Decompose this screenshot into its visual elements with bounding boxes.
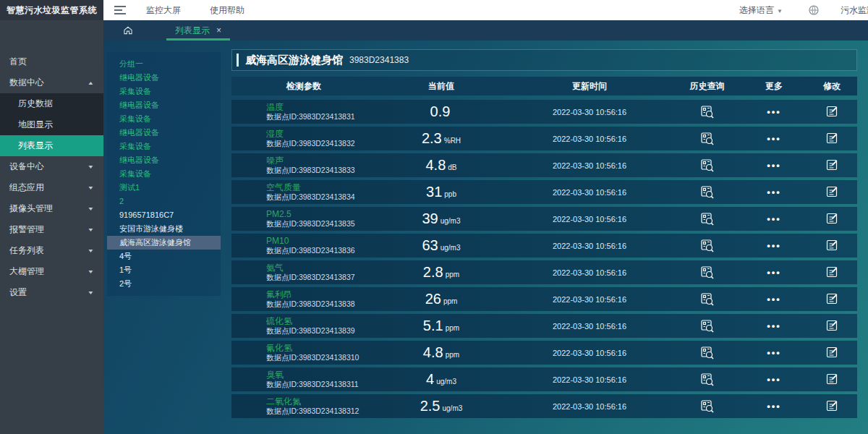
table-row: 空气质量 数据点ID:3983D23413834 31 ppb 2022-03-… xyxy=(231,180,857,204)
device-list-item[interactable]: 分组一 xyxy=(107,57,221,71)
table-header-row: 检测参数当前值更新时间历史查询更多修改 xyxy=(231,77,857,95)
more-button[interactable]: ••• xyxy=(767,213,781,224)
sidebar-item[interactable]: 报警管理▼ xyxy=(0,219,103,240)
column-header: 更新时间 xyxy=(506,80,673,93)
more-button[interactable]: ••• xyxy=(767,133,781,144)
device-list-item[interactable]: 9196571816C7 xyxy=(107,208,221,222)
main-panel: 威海高区游泳健身馆 3983D2341383 检测参数当前值更新时间历史查询更多… xyxy=(231,49,857,421)
device-list-item[interactable]: 安国市游泳健身楼 xyxy=(107,222,221,236)
history-query-button[interactable] xyxy=(700,399,715,414)
sidebar-item[interactable]: 设备中心▼ xyxy=(0,156,103,177)
tab-label: 列表显示 xyxy=(175,25,210,37)
value-unit: ppb xyxy=(444,190,456,198)
param-name: 氰化氢 xyxy=(266,344,292,354)
modify-button[interactable] xyxy=(825,212,839,226)
history-query-button[interactable] xyxy=(700,132,715,146)
device-list-item[interactable]: 继电器设备 xyxy=(107,126,221,140)
param-name: 噪声 xyxy=(266,156,284,166)
sidebar-item[interactable]: 组态应用▼ xyxy=(0,177,103,198)
history-query-button[interactable] xyxy=(700,373,715,387)
current-value: 0.9 xyxy=(430,103,451,120)
modify-button[interactable] xyxy=(825,158,839,172)
modify-button[interactable] xyxy=(825,319,839,333)
history-query-button[interactable] xyxy=(700,319,715,333)
topbar-link-monitor-screen[interactable]: 监控大屏 xyxy=(146,4,181,17)
history-query-button[interactable] xyxy=(700,239,715,253)
more-button[interactable]: ••• xyxy=(767,294,781,305)
more-button[interactable]: ••• xyxy=(767,187,781,197)
history-query-button[interactable] xyxy=(700,265,715,280)
current-value: 2.5 xyxy=(420,398,441,414)
modify-button[interactable] xyxy=(825,265,839,279)
history-query-button[interactable] xyxy=(700,105,715,119)
more-button[interactable]: ••• xyxy=(767,374,781,385)
sidebar-item[interactable]: 地图显示 xyxy=(0,114,103,135)
globe-icon[interactable] xyxy=(809,5,819,15)
table-row: 二氧化氮 数据点ID:3983D234138312 2.5 ug/m3 2022… xyxy=(231,394,857,418)
modify-button[interactable] xyxy=(825,132,839,145)
more-button[interactable]: ••• xyxy=(767,267,781,278)
more-button[interactable]: ••• xyxy=(767,401,781,412)
sidebar-item[interactable]: 摄像头管理▼ xyxy=(0,198,103,219)
current-value: 4 xyxy=(426,371,434,388)
more-button[interactable]: ••• xyxy=(767,240,781,251)
caret-down-icon: ▼ xyxy=(88,269,95,274)
table-row: 氰化氢 数据点ID:3983D234138310 4.8 ppm 2022-03… xyxy=(231,341,857,365)
device-list-panel: 分组一继电器设备采集设备继电器设备采集设备继电器设备采集设备继电器设备采集设备测… xyxy=(107,52,221,296)
sidebar-item[interactable]: 任务列表▼ xyxy=(0,240,103,261)
modify-button[interactable] xyxy=(825,239,839,252)
modify-button[interactable] xyxy=(825,105,839,119)
more-button[interactable]: ••• xyxy=(767,347,781,358)
device-list-item[interactable]: 1号 xyxy=(107,263,221,277)
param-name: 臭氧 xyxy=(266,370,284,380)
modify-button[interactable] xyxy=(825,399,839,413)
device-list-item[interactable]: 继电器设备 xyxy=(107,98,221,112)
more-button[interactable]: ••• xyxy=(767,320,781,331)
device-list-item[interactable]: 继电器设备 xyxy=(107,71,221,85)
value-unit: ppm xyxy=(446,271,459,278)
table-row: PM10 数据点ID:3983D23413836 63 ug/m3 2022-0… xyxy=(231,234,857,258)
modify-button[interactable] xyxy=(825,346,839,359)
device-list-item[interactable]: 2号 xyxy=(107,277,221,291)
modify-button[interactable] xyxy=(825,292,839,306)
sidebar-item[interactable]: 数据中心▲ xyxy=(0,72,103,93)
table-row: 氨气 数据点ID:3983D23413837 2.8 ppm 2022-03-3… xyxy=(231,260,857,284)
device-list-item[interactable]: 2 xyxy=(107,195,221,208)
modify-button[interactable] xyxy=(825,373,839,386)
tab-list-display[interactable]: 列表显示 × xyxy=(166,20,230,41)
device-list-item[interactable]: 继电器设备 xyxy=(107,153,221,167)
device-list-item[interactable]: 采集设备 xyxy=(107,85,221,98)
device-list-item[interactable]: 威海高区游泳健身馆 xyxy=(107,236,221,250)
modify-button[interactable] xyxy=(825,185,839,199)
user-account-label[interactable]: 污水监测 xyxy=(841,4,868,17)
device-list-item[interactable]: 采集设备 xyxy=(107,112,221,126)
sidebar-item[interactable]: 设置▼ xyxy=(0,282,103,303)
device-list-item[interactable]: 采集设备 xyxy=(107,167,221,181)
history-query-button[interactable] xyxy=(700,212,715,226)
more-button[interactable]: ••• xyxy=(767,160,781,171)
history-query-button[interactable] xyxy=(700,158,715,173)
tab-close-icon[interactable]: × xyxy=(216,25,221,35)
station-header: 威海高区游泳健身馆 3983D2341383 xyxy=(231,49,857,71)
sidebar-item-label: 设备中心 xyxy=(9,161,44,173)
sidebar-item[interactable]: 首页 xyxy=(0,51,103,72)
current-value: 63 xyxy=(422,237,438,254)
topbar-link-help[interactable]: 使用帮助 xyxy=(210,4,244,17)
history-query-button[interactable] xyxy=(700,185,715,200)
home-icon[interactable] xyxy=(123,25,133,35)
table-row: 氟利昂 数据点ID:3983D23413838 26 ppm 2022-03-3… xyxy=(231,287,857,311)
device-list-item[interactable]: 采集设备 xyxy=(107,140,221,153)
history-query-button[interactable] xyxy=(700,292,715,307)
device-list-item[interactable]: 4号 xyxy=(107,250,221,263)
sidebar: 智慧污水垃圾监管系统 首页数据中心▲历史数据地图显示列表显示设备中心▼组态应用▼… xyxy=(0,0,103,434)
sidebar-item[interactable]: 历史数据 xyxy=(0,93,103,114)
language-select[interactable]: 选择语言▼ xyxy=(739,4,783,17)
sidebar-item[interactable]: 大棚管理▼ xyxy=(0,261,103,282)
device-list-item[interactable]: 测试1 xyxy=(107,181,221,195)
collapse-menu-icon[interactable] xyxy=(114,6,126,14)
sidebar-item-label: 大棚管理 xyxy=(9,265,44,278)
history-query-button[interactable] xyxy=(700,346,715,360)
sidebar-item[interactable]: 列表显示 xyxy=(0,135,103,156)
more-button[interactable]: ••• xyxy=(767,106,781,117)
sidebar-item-label: 地图显示 xyxy=(18,119,53,131)
